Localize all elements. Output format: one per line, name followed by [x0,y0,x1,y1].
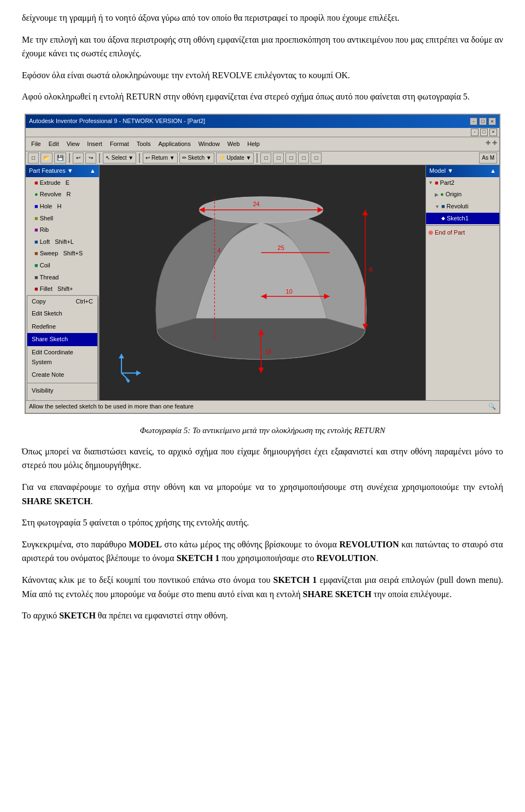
menu-window[interactable]: Window [195,138,223,150]
cad-titlebar: Autodesk Inventor Professional 9 - NETWO… [26,115,499,128]
menu-applications[interactable]: Applications [155,138,194,150]
ctx-redefine[interactable]: Redefine [27,320,97,334]
figure-caption: Φωτογραφία 5: Το αντικείμενο μετά την ολ… [22,424,503,437]
ctx-create-note[interactable]: Create Note [27,369,97,382]
paragraph-10: Το αρχικό SKETCH θα πρέπει να εμφανιστεί… [22,609,503,623]
cad-viewport-svg: 24 8 25 10 16 4 [100,165,425,400]
paragraph-1: δείχνουμε τη γραμμή ή το νοητό άξονα γύρ… [22,11,503,25]
feature-rib[interactable]: ■ Rib [26,224,99,236]
model-part2[interactable]: ▼ ■ Part2 [426,177,499,189]
toolbar-open[interactable]: 📂 [40,153,52,163]
model-revolution[interactable]: ▼ ■ Revoluti [426,201,499,213]
inner-maximize-button[interactable]: □ [480,128,488,136]
inner-minimize-button[interactable]: - [471,128,479,136]
paragraph-8: Συγκεκριμένα, στο παράθυρο MODEL στο κάτ… [22,538,503,565]
ctx-edit-sketch[interactable]: Edit Sketch [27,307,97,320]
titlebar-buttons: - □ × [470,118,496,125]
toolbar-view2[interactable]: □ [273,153,284,163]
model-sketch1[interactable]: ◆ Sketch1 [426,213,499,225]
toolbar-select[interactable]: ↖ Select ▼ [103,153,136,163]
separator-3 [139,153,140,163]
svg-text:4: 4 [217,247,220,254]
toolbar-view3[interactable]: □ [285,153,296,163]
cad-window: Autodesk Inventor Professional 9 - NETWO… [25,114,500,414]
feature-fillet[interactable]: ■ Fillet Shift+ [26,283,99,295]
toolbar-undo[interactable]: ↩ [73,153,84,163]
svg-text:8: 8 [369,266,372,273]
paragraph-5: Όπως μπορεί να διαπιστώσει κανείς, το αρ… [22,445,503,472]
feature-hole[interactable]: ■ Hole H [26,201,99,213]
toolbar-asm[interactable]: As M [479,153,497,163]
maximize-button[interactable]: □ [479,118,487,125]
menu-format[interactable]: Format [107,138,132,150]
toolbar-redo[interactable]: ↪ [85,153,96,163]
model-panel-header[interactable]: Model ▼ ▲ [426,165,499,177]
feature-loft[interactable]: ■ Loft Shift+L [26,236,99,248]
context-menu-popup: CopyCtrl+C Edit Sketch Redefine Share Sk… [27,295,98,400]
menu-tools[interactable]: Tools [133,138,154,150]
toolbar-icons-area: ✚ ✚ [486,138,497,150]
model-origin[interactable]: ▶ ● Origin [426,189,499,201]
ctx-find[interactable]: 🔍Find in WindowEnd [27,397,97,400]
feature-thread[interactable]: ■ Thread [26,272,99,284]
cad-window-title: Autodesk Inventor Professional 9 - NETWO… [29,116,205,126]
cad-viewport: 24 8 25 10 16 4 [100,165,425,400]
menu-web[interactable]: Web [224,138,243,150]
ctx-separator [27,383,97,383]
menu-insert[interactable]: Insert [84,138,106,150]
ctx-copy[interactable]: CopyCtrl+C [27,296,97,308]
part-features-header[interactable]: Part Features ▼ ▲ [26,165,99,177]
cad-toolbar: □ 📂 💾 ↩ ↪ ↖ Select ▼ ↩ Return ▼ ✏ Sketch… [26,151,499,165]
svg-text:16: 16 [265,348,272,355]
separator-1 [69,153,70,163]
svg-text:10: 10 [286,288,293,295]
paragraph-4: Αφού ολοκληρωθεί η εντολή RETURN στην οθ… [22,90,503,104]
ctx-edit-coord[interactable]: Edit Coordinate System [27,346,97,369]
context-menu-area: ■ Chamfer S ■ Face Draft ■ Split CopyCtr… [26,295,99,331]
toolbar-view1[interactable]: □ [260,153,271,163]
toolbar-update[interactable]: ⚡ Update ▼ [216,153,254,163]
feature-shell[interactable]: ■ Shell [26,213,99,225]
cad-menubar: File Edit View Insert Format Tools Appli… [26,137,499,152]
minimize-button[interactable]: - [470,118,477,125]
separator-4 [256,153,258,163]
paragraph-6: Για να επαναφέρουμε το σχήμα στην οθόνη … [22,480,503,508]
menu-view[interactable]: View [63,138,83,150]
model-divider [426,225,499,226]
cad-body: Part Features ▼ ▲ ■ Extrude E ● Revolve … [26,165,499,400]
paragraph-3: Εφόσον όλα είναι σωστά ολοκληρώνουμε την… [22,68,503,83]
paragraph-9: Κάνοντας κλικ με το δεξί κουμπί του ποντ… [22,573,503,601]
inner-close-button[interactable]: × [489,128,497,136]
cad-statusbar: Allow the selected sketch to be used in … [26,400,499,413]
toolbar-view4[interactable]: □ [298,153,309,163]
menu-edit[interactable]: Edit [45,138,62,150]
menu-help[interactable]: Help [244,138,263,150]
toolbar-sketch[interactable]: ✏ Sketch ▼ [179,153,214,163]
model-end-of-part: ⊗ End of Part [426,227,499,239]
svg-text:24: 24 [253,201,259,207]
model-panel: Model ▼ ▲ ▼ ■ Part2 ▶ ● Origin ▼ ■ Revol… [425,165,499,400]
toolbar-save[interactable]: 💾 [54,153,66,163]
menu-file[interactable]: File [28,138,44,150]
separator-2 [99,153,100,163]
feature-extrude[interactable]: ■ Extrude E [26,177,99,189]
part-features-panel: Part Features ▼ ▲ ■ Extrude E ● Revolve … [26,165,100,400]
ctx-share-sketch[interactable]: Share Sketch [27,333,97,346]
ctx-visibility[interactable]: Visibility [27,384,97,398]
feature-coil[interactable]: ■ Coil [26,260,99,272]
feature-revolve[interactable]: ● Revolve R [26,189,99,201]
inner-titlebar: - □ × [26,128,499,137]
paragraph-2: Με την επιλογή και του άξονα περιστροφής… [22,33,503,61]
svg-text:25: 25 [278,244,284,251]
paragraph-7: Στη φωτογραφία 5 φαίνεται ο τρόπος χρήση… [22,516,503,530]
feature-sweep[interactable]: ■ Sweep Shift+S [26,248,99,260]
toolbar-new[interactable]: □ [28,153,39,163]
close-button[interactable]: × [488,118,496,125]
statusbar-icon: 🔍 [488,402,496,412]
toolbar-return[interactable]: ↩ Return ▼ [143,153,177,163]
toolbar-view5[interactable]: □ [311,153,322,163]
